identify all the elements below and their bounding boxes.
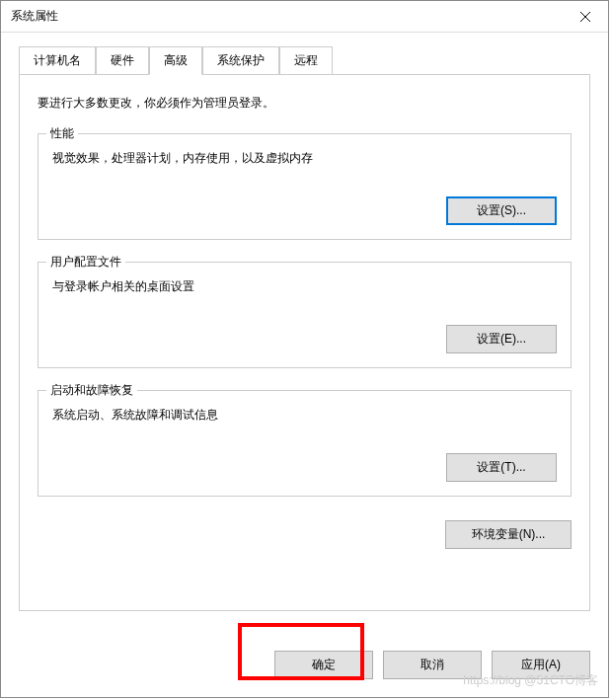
group-user-profile-legend: 用户配置文件: [46, 254, 125, 271]
group-startup-recovery: 启动和故障恢复 系统启动、系统故障和调试信息 设置(T)...: [38, 390, 572, 497]
tab-panel-advanced: 要进行大多数更改，你必须作为管理员登录。 性能 视觉效果，处理器计划，内存使用，…: [19, 75, 590, 611]
group-startup-recovery-desc: 系统启动、系统故障和调试信息: [52, 407, 557, 424]
user-profile-settings-button[interactable]: 设置(E)...: [446, 325, 557, 353]
tab-computer-name[interactable]: 计算机名: [19, 46, 96, 75]
tab-strip: 计算机名 硬件 高级 系统保护 远程: [19, 46, 590, 75]
dialog-title: 系统属性: [11, 8, 58, 25]
dialog-buttons: 确定 取消 应用(A): [1, 629, 608, 697]
apply-button[interactable]: 应用(A): [492, 651, 590, 679]
close-button[interactable]: [563, 2, 608, 32]
group-user-profile-desc: 与登录帐户相关的桌面设置: [52, 278, 557, 295]
group-user-profile: 用户配置文件 与登录帐户相关的桌面设置 设置(E)...: [38, 262, 572, 368]
tab-remote[interactable]: 远程: [279, 46, 333, 75]
group-performance-desc: 视觉效果，处理器计划，内存使用，以及虚拟内存: [52, 150, 557, 167]
performance-settings-button[interactable]: 设置(S)...: [446, 196, 557, 225]
cancel-button[interactable]: 取消: [383, 651, 482, 679]
tab-system-protection[interactable]: 系统保护: [202, 46, 279, 75]
group-performance-legend: 性能: [46, 125, 78, 142]
environment-variables-button[interactable]: 环境变量(N)...: [445, 520, 572, 549]
ok-button[interactable]: 确定: [274, 651, 373, 679]
tab-hardware[interactable]: 硬件: [96, 46, 149, 75]
tab-advanced[interactable]: 高级: [149, 46, 202, 75]
titlebar: 系统属性: [1, 1, 608, 33]
system-properties-dialog: 系统属性 计算机名 硬件 高级 系统保护 远程 要进行大多数更改，你必须作为管理…: [0, 0, 609, 698]
admin-notice: 要进行大多数更改，你必须作为管理员登录。: [38, 95, 572, 112]
dialog-content: 计算机名 硬件 高级 系统保护 远程 要进行大多数更改，你必须作为管理员登录。 …: [1, 33, 608, 629]
group-startup-recovery-legend: 启动和故障恢复: [46, 382, 137, 399]
group-performance: 性能 视觉效果，处理器计划，内存使用，以及虚拟内存 设置(S)...: [38, 133, 572, 240]
close-icon: [580, 12, 590, 22]
startup-recovery-settings-button[interactable]: 设置(T)...: [446, 453, 557, 482]
